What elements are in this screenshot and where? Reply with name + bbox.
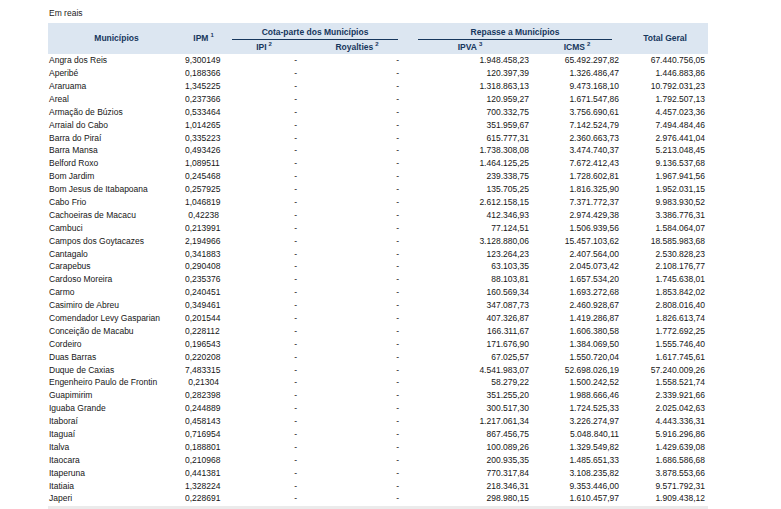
total-value: 9.983.930,52	[622, 196, 708, 209]
icms-value: 1.506.939,56	[532, 222, 622, 235]
ipm-value: 1,014265	[185, 118, 222, 131]
table-row: Arraial do Cabo 1,014265 - - 351.959,67 …	[48, 118, 708, 131]
ipm-value: 7,483315	[185, 363, 222, 376]
col-header-municipios-label: Municípios	[94, 33, 138, 43]
table-row: Belford Roxo 1,089511 - - 1.464.125,25 7…	[48, 157, 708, 170]
municipality-name: Casimiro de Abreu	[48, 299, 185, 312]
ipva-value: 58.279,22	[408, 376, 532, 389]
icms-value: 1.550.720,04	[532, 350, 622, 363]
ipi-value: -	[222, 299, 306, 312]
ipva-value: 171.676,90	[408, 338, 532, 351]
ipi-value: -	[222, 363, 306, 376]
municipality-name: Araruama	[48, 80, 185, 93]
group-header-cota-parte-label: Cota-parte dos Municípios	[232, 28, 398, 41]
municipality-name: Itaocara	[48, 454, 185, 467]
total-value: 2.025.042,63	[622, 402, 708, 415]
ipva-value: 407.326,87	[408, 312, 532, 325]
ipi-value: -	[222, 389, 306, 402]
table-row: Angra dos Reis 9,300149 - - 1.948.458,23…	[48, 54, 708, 67]
ipm-value: 2,194966	[185, 234, 222, 247]
icms-value: 1.693.272,68	[532, 286, 622, 299]
ipm-value: 0,235376	[185, 273, 222, 286]
table-row: Conceição de Macabu 0,228112 - - 166.311…	[48, 325, 708, 338]
table-row: Barra Mansa 0,493426 - - 1.738.308,08 3.…	[48, 144, 708, 157]
ipva-value: 347.087,73	[408, 299, 532, 312]
col-header-royalties: Royalties2	[306, 40, 408, 54]
table-row: Bom Jardim 0,245468 - - 239.338,75 1.728…	[48, 170, 708, 183]
icms-value: 7.672.412,43	[532, 157, 622, 170]
ipva-value: 135.705,25	[408, 183, 532, 196]
table-row: Casimiro de Abreu 0,349461 - - 347.087,7…	[48, 299, 708, 312]
ipva-value: 123.264,23	[408, 247, 532, 260]
ipva-value: 300.517,30	[408, 402, 532, 415]
royalties-value: -	[306, 67, 408, 80]
royalties-value: -	[306, 93, 408, 106]
ipm-value: 0,228112	[185, 325, 222, 338]
ipva-value: 3.128.880,06	[408, 234, 532, 247]
total-value: 1.967.941,56	[622, 170, 708, 183]
ipva-value: 867.456,75	[408, 428, 532, 441]
ipi-value: -	[222, 222, 306, 235]
icms-value: 2.460.928,67	[532, 299, 622, 312]
total-value: 4.443.336,31	[622, 415, 708, 428]
total-value: 1.772.692,25	[622, 325, 708, 338]
total-value: 5.916.296,86	[622, 428, 708, 441]
total-value: 2.976.441,04	[622, 131, 708, 144]
ipva-value: 120.397,39	[408, 67, 532, 80]
total-value: 57.240.009,26	[622, 363, 708, 376]
table-row: Areal 0,237366 - - 120.959,27 1.671.547,…	[48, 93, 708, 106]
total-value: 2.530.828,23	[622, 247, 708, 260]
municipality-name: Carapebus	[48, 260, 185, 273]
ipi-value: -	[222, 80, 306, 93]
ipi-value: -	[222, 131, 306, 144]
ipva-value: 770.317,84	[408, 467, 532, 480]
ipva-value: 63.103,35	[408, 260, 532, 273]
ipva-value: 351.255,20	[408, 389, 532, 402]
royalties-value: -	[306, 312, 408, 325]
ipva-value: 160.569,34	[408, 286, 532, 299]
table-row: Cachoeiras de Macacu 0,42238 - - 412.346…	[48, 209, 708, 222]
total-value: 1.686.586,68	[622, 454, 708, 467]
royalties-value: -	[306, 467, 408, 480]
total-value: 2.808.016,40	[622, 299, 708, 312]
ipm-value: 0,716954	[185, 428, 222, 441]
ipi-value: -	[222, 247, 306, 260]
icms-value: 15.457.103,62	[532, 234, 622, 247]
ipi-value: -	[222, 325, 306, 338]
table-row: Itatiaia 1,328224 - - 218.346,31 9.353.4…	[48, 479, 708, 492]
table-row: Japeri 0,228691 - - 298.980,15 1.610.457…	[48, 492, 708, 505]
municipality-name: Carmo	[48, 286, 185, 299]
ipi-value: -	[222, 54, 306, 67]
icms-value: 3.474.740,37	[532, 144, 622, 157]
ipva-value: 1.948.458,23	[408, 54, 532, 67]
total-value: 1.558.521,74	[622, 376, 708, 389]
ipi-value: -	[222, 209, 306, 222]
total-value: 9.571.792,31	[622, 479, 708, 492]
icms-value: 2.974.429,38	[532, 209, 622, 222]
total-value: 10.792.031,23	[622, 80, 708, 93]
ipm-value: 0,188801	[185, 441, 222, 454]
municipality-name: Bom Jesus de Itabapoana	[48, 183, 185, 196]
ipi-value: -	[222, 118, 306, 131]
ipva-value: 4.541.983,07	[408, 363, 532, 376]
ipi-value: -	[222, 350, 306, 363]
icms-value: 2.045.073,42	[532, 260, 622, 273]
total-value: 3.878.553,66	[622, 467, 708, 480]
ipva-value: 1.318.863,13	[408, 80, 532, 93]
table-row: Campos dos Goytacazes 2,194966 - - 3.128…	[48, 234, 708, 247]
ipi-value: -	[222, 338, 306, 351]
municipality-name: Cardoso Moreira	[48, 273, 185, 286]
table-row: Cardoso Moreira 0,235376 - - 88.103,81 1…	[48, 273, 708, 286]
ipi-value: -	[222, 170, 306, 183]
total-value: 1.745.638,01	[622, 273, 708, 286]
ipm-value: 0,240451	[185, 286, 222, 299]
ipi-value: -	[222, 376, 306, 389]
table-row: Carapebus 0,290408 - - 63.103,35 2.045.0…	[48, 260, 708, 273]
total-value: 1.555.746,40	[622, 338, 708, 351]
col-header-royalties-label: Royalties	[335, 42, 373, 52]
royalties-value: -	[306, 363, 408, 376]
ipi-value: -	[222, 183, 306, 196]
ipm-value: 0,220208	[185, 350, 222, 363]
ipm-value: 1,089511	[185, 157, 222, 170]
ipva-footnote-marker: 3	[479, 41, 482, 47]
